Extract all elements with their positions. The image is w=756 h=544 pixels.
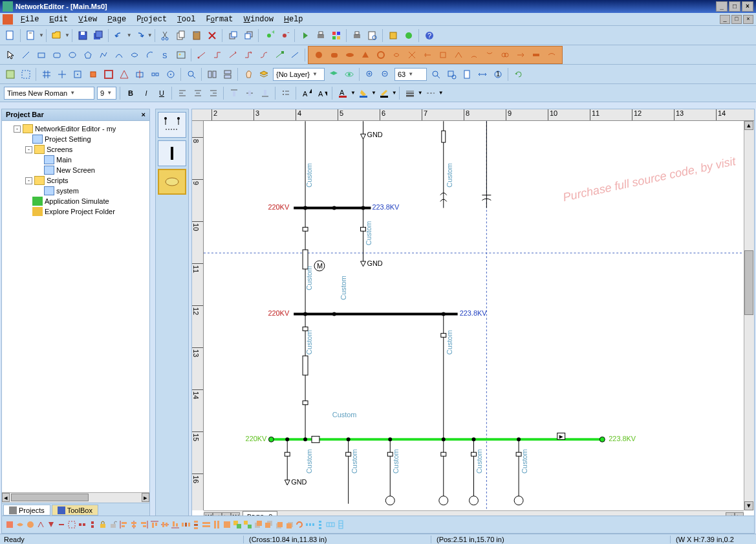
curve-tool[interactable] xyxy=(112,48,126,62)
zoom-100[interactable]: 1 xyxy=(491,67,505,82)
menu-window[interactable]: Window xyxy=(239,14,279,25)
mdi-maximize-button[interactable]: □ xyxy=(731,15,742,24)
snap-4[interactable] xyxy=(102,67,116,82)
shape3d-12[interactable] xyxy=(482,48,497,62)
layer-mgr[interactable] xyxy=(327,67,341,82)
layer-vis[interactable] xyxy=(342,67,356,82)
shape3d-4[interactable] xyxy=(358,48,373,62)
tool-a-button[interactable] xyxy=(386,28,400,43)
bt-6[interactable] xyxy=(56,519,67,530)
layer-combo[interactable]: {No Layer}▼ xyxy=(273,68,325,81)
tab-projects[interactable]: Projects xyxy=(3,505,50,516)
bt-size-w[interactable] xyxy=(201,519,211,530)
bt-grid-h[interactable] xyxy=(325,519,336,530)
menu-edit[interactable]: Edit xyxy=(44,14,73,25)
tab-toolbox[interactable]: ToolBox xyxy=(52,505,98,516)
polyline-tool[interactable] xyxy=(96,48,111,62)
shape3d-1[interactable] xyxy=(312,48,326,62)
snap-2[interactable] xyxy=(70,67,85,82)
print-button[interactable] xyxy=(314,28,328,43)
zoom-sel[interactable] xyxy=(444,67,459,82)
shape3d-6[interactable] xyxy=(389,48,404,62)
delete-button[interactable] xyxy=(205,28,219,43)
bt-space-v[interactable] xyxy=(315,519,325,530)
save-all-button[interactable] xyxy=(91,28,105,43)
menu-project[interactable]: Project xyxy=(131,14,172,25)
italic-button[interactable]: I xyxy=(139,86,153,100)
bt-8[interactable] xyxy=(77,519,87,530)
maximize-button[interactable]: □ xyxy=(729,1,740,12)
bt-5[interactable] xyxy=(46,519,56,530)
align-right[interactable] xyxy=(206,86,221,100)
tree-root[interactable]: - NetworkEditor Editor - my xyxy=(5,124,147,134)
font-size-combo[interactable]: 9▼ xyxy=(97,87,116,100)
canvas[interactable]: Purchase full source code, by visit GND … xyxy=(204,121,744,510)
project-tree[interactable]: - NetworkEditor Editor - my Project Sett… xyxy=(2,121,149,492)
bt-align-c[interactable] xyxy=(129,519,139,530)
bt-3[interactable] xyxy=(25,519,36,530)
shape3d-9[interactable] xyxy=(436,48,450,62)
arc-tool[interactable] xyxy=(143,48,157,62)
menu-file[interactable]: File xyxy=(16,14,44,25)
shape3d-7[interactable] xyxy=(405,48,419,62)
snap-5[interactable] xyxy=(117,67,131,82)
save-button[interactable] xyxy=(76,28,90,43)
font-inc[interactable]: A▲ xyxy=(299,86,314,100)
bt-9[interactable] xyxy=(87,519,98,530)
underline-button[interactable]: U xyxy=(155,86,169,100)
tree-item-simulate[interactable]: Application Simulate xyxy=(5,196,147,206)
tree-item-scripts[interactable]: -Scripts xyxy=(5,175,147,186)
bt-front[interactable] xyxy=(253,519,263,530)
bt-align-m[interactable] xyxy=(160,519,170,530)
line-style[interactable] xyxy=(403,86,417,100)
bt-ungroup[interactable] xyxy=(243,519,253,530)
bt-grid-v[interactable] xyxy=(336,519,346,530)
bullets-button[interactable] xyxy=(279,86,293,100)
bt-space-h[interactable] xyxy=(305,519,315,530)
anchor-remove-button[interactable]: - xyxy=(277,28,292,43)
bt-lock[interactable] xyxy=(98,519,108,530)
palette-item-3[interactable] xyxy=(158,169,186,195)
sidebar-hscroll[interactable]: ◂ ▸ xyxy=(2,492,149,503)
copy-button[interactable] xyxy=(174,28,188,43)
polygon-tool[interactable] xyxy=(81,48,95,62)
expand-icon[interactable]: - xyxy=(14,125,21,133)
snap-7[interactable] xyxy=(148,67,162,82)
bt-size-both[interactable] xyxy=(222,519,232,530)
roundrect-tool[interactable] xyxy=(50,48,64,62)
send-back-button[interactable] xyxy=(241,28,255,43)
bt-back[interactable] xyxy=(263,519,274,530)
shape3d-10[interactable] xyxy=(451,48,466,62)
valign-bot[interactable] xyxy=(258,86,272,100)
help-button[interactable]: ? xyxy=(422,28,437,43)
line-tool[interactable] xyxy=(19,48,33,62)
shape3d-11[interactable] xyxy=(467,48,481,62)
shape3d-15[interactable] xyxy=(529,48,543,62)
zoom-fit[interactable] xyxy=(429,67,443,82)
redo-button[interactable] xyxy=(133,28,147,43)
tree-item-new-screen[interactable]: New Screen xyxy=(5,165,147,175)
shape3d-16[interactable] xyxy=(545,48,559,62)
snap-6[interactable] xyxy=(133,67,147,82)
dash-style[interactable] xyxy=(424,86,438,100)
palette-item-2[interactable] xyxy=(158,140,186,166)
expand-icon[interactable]: - xyxy=(25,177,32,184)
shape3d-8[interactable] xyxy=(420,48,435,62)
font-color[interactable]: A xyxy=(336,86,350,100)
run-button[interactable] xyxy=(298,28,312,43)
select-all[interactable] xyxy=(19,67,33,82)
zoom-combo[interactable]: 63▼ xyxy=(394,68,427,81)
grid-button[interactable] xyxy=(329,28,343,43)
expand-icon[interactable]: - xyxy=(25,146,32,153)
image-tool[interactable] xyxy=(174,48,188,62)
bring-front-button[interactable] xyxy=(226,28,240,43)
snap-1[interactable] xyxy=(55,67,69,82)
shape3d-3[interactable] xyxy=(343,48,357,62)
align-center[interactable] xyxy=(191,86,205,100)
cut-button[interactable] xyxy=(158,28,173,43)
preview-button[interactable] xyxy=(365,28,380,43)
menu-help[interactable]: Help xyxy=(279,14,308,25)
mdi-minimize-button[interactable]: _ xyxy=(720,15,730,24)
pan-tool[interactable] xyxy=(241,67,255,82)
minimize-button[interactable]: _ xyxy=(716,1,728,12)
